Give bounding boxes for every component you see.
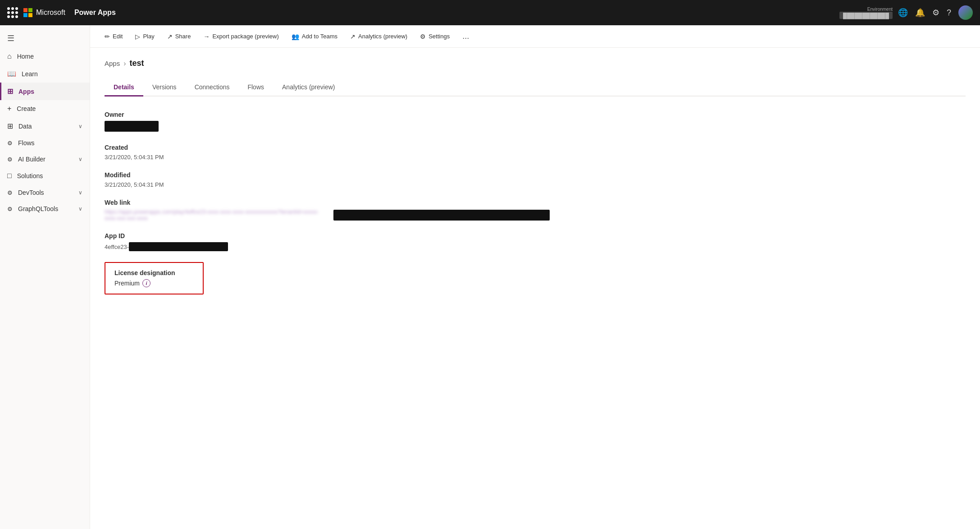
topbar-icons: 🌐 🔔 ⚙ ?: [898, 5, 973, 20]
tab-connections[interactable]: Connections: [186, 79, 239, 97]
globe-icon[interactable]: 🌐: [898, 8, 908, 18]
settings-button[interactable]: ⚙ Settings: [415, 30, 455, 43]
breadcrumb-apps-link[interactable]: Apps: [105, 60, 120, 67]
web-link-row: https://apps.powerapps.com/play/4effce23…: [105, 209, 966, 221]
sidebar-item-graphqltools[interactable]: ⚙ GraphQLTools ∨: [0, 201, 90, 217]
app-launcher-button[interactable]: [7, 7, 18, 18]
tab-analytics[interactable]: Analytics (preview): [273, 79, 344, 97]
top-bar: Microsoft Power Apps Environment ███████…: [0, 0, 980, 25]
breadcrumb: Apps › test: [105, 59, 966, 68]
sidebar-item-apps[interactable]: ⊞ Apps: [0, 83, 90, 100]
graphql-icon: ⚙: [7, 206, 13, 212]
license-box: License designation Premium i: [105, 262, 204, 294]
sidebar-item-label: Flows: [18, 139, 35, 147]
app-id-label: App ID: [105, 232, 966, 239]
export-icon: →: [203, 33, 210, 40]
owner-value-redacted: [105, 121, 159, 132]
app-name: Power Apps: [74, 9, 116, 17]
env-label: Environment: [867, 7, 893, 12]
share-button[interactable]: ↗ Share: [162, 30, 196, 43]
info-icon[interactable]: i: [142, 279, 150, 287]
chevron-down-icon: ∨: [78, 156, 82, 162]
play-icon: ▷: [135, 33, 140, 40]
sidebar-item-label: Apps: [18, 88, 34, 95]
edit-icon: ✏: [105, 33, 110, 40]
sidebar-item-label: Learn: [22, 70, 38, 78]
created-label: Created: [105, 144, 966, 151]
analytics-icon: ↗: [350, 33, 356, 40]
sidebar-item-label: GraphQLTools: [18, 205, 58, 212]
edit-button[interactable]: ✏ Edit: [99, 30, 128, 43]
created-section: Created 3/21/2020, 5:04:31 PM: [105, 144, 966, 161]
web-link-redacted: [333, 210, 550, 221]
more-options-button[interactable]: ...: [459, 30, 473, 43]
modified-value: 3/21/2020, 5:04:31 PM: [105, 181, 966, 188]
home-icon: ⌂: [7, 52, 12, 60]
sidebar-item-create[interactable]: + Create: [0, 100, 90, 117]
tab-flows[interactable]: Flows: [238, 79, 273, 97]
export-button[interactable]: → Export package (preview): [198, 30, 284, 43]
sidebar-item-learn[interactable]: 📖 Learn: [0, 65, 90, 83]
microsoft-logo: Microsoft: [23, 8, 65, 17]
app-id-redacted: [129, 242, 228, 251]
sidebar-item-label: AI Builder: [18, 156, 46, 163]
sidebar-item-devtools[interactable]: ⚙ DevTools ∨: [0, 184, 90, 201]
analytics-button[interactable]: ↗ Analytics (preview): [345, 30, 413, 43]
detail-tabs: Details Versions Connections Flows Analy…: [105, 79, 966, 97]
hamburger-button[interactable]: ☰: [0, 29, 90, 48]
devtools-icon: ⚙: [7, 189, 13, 196]
sidebar-item-label: Home: [17, 53, 34, 60]
main-content: ✏ Edit ▷ Play ↗ Share → Export package (…: [90, 25, 980, 529]
sidebar-item-ai-builder[interactable]: ⚙ AI Builder ∨: [0, 151, 90, 167]
sidebar-item-label: Create: [17, 105, 36, 112]
chevron-down-icon: ∨: [78, 123, 82, 129]
sidebar-item-flows[interactable]: ⚙ Flows: [0, 135, 90, 151]
owner-section: Owner: [105, 111, 966, 133]
env-name: ████████████: [839, 12, 893, 19]
modified-section: Modified 3/21/2020, 5:04:31 PM: [105, 171, 966, 188]
license-value-row: Premium i: [114, 279, 194, 287]
chevron-down-icon: ∨: [78, 189, 82, 196]
owner-label: Owner: [105, 111, 966, 118]
command-bar: ✏ Edit ▷ Play ↗ Share → Export package (…: [90, 25, 980, 48]
tab-versions[interactable]: Versions: [143, 79, 186, 97]
flows-icon: ⚙: [7, 140, 13, 147]
modified-label: Modified: [105, 171, 966, 179]
sidebar-item-label: DevTools: [18, 189, 44, 196]
created-value: 3/21/2020, 5:04:31 PM: [105, 154, 966, 161]
license-value-text: Premium: [114, 280, 140, 287]
share-icon: ↗: [167, 33, 173, 40]
ai-builder-icon: ⚙: [7, 156, 13, 163]
web-link-label: Web link: [105, 199, 966, 206]
app-id-prefix: 4effce23-: [105, 244, 129, 250]
web-link-value-blurred: https://apps.powerapps.com/play/4effce23…: [105, 209, 330, 221]
company-name: Microsoft: [36, 9, 65, 17]
learn-icon: 📖: [7, 69, 16, 78]
sidebar-item-data[interactable]: ⊞ Data ∨: [0, 117, 90, 135]
breadcrumb-separator: ›: [123, 60, 126, 68]
teams-icon: 👥: [292, 33, 299, 40]
settings-gear-icon: ⚙: [420, 33, 426, 40]
settings-icon[interactable]: ⚙: [932, 8, 939, 18]
help-icon[interactable]: ?: [947, 8, 951, 18]
environment-selector[interactable]: Environment ████████████: [839, 7, 893, 19]
notification-icon[interactable]: 🔔: [915, 8, 925, 18]
app-id-row: 4effce23-: [105, 242, 966, 251]
play-button[interactable]: ▷ Play: [130, 30, 160, 43]
breadcrumb-current: test: [130, 59, 144, 68]
sidebar-item-label: Data: [18, 123, 32, 130]
solutions-icon: □: [7, 172, 12, 180]
sidebar-item-label: Solutions: [17, 172, 43, 179]
web-link-section: Web link https://apps.powerapps.com/play…: [105, 199, 966, 221]
sidebar: ☰ ⌂ Home 📖 Learn ⊞ Apps + Create ⊞ Data …: [0, 25, 90, 529]
create-icon: +: [7, 105, 11, 113]
license-label: License designation: [114, 269, 194, 276]
add-to-teams-button[interactable]: 👥 Add to Teams: [286, 30, 343, 43]
chevron-down-icon: ∨: [78, 206, 82, 212]
apps-icon: ⊞: [7, 87, 13, 96]
app-id-section: App ID 4effce23-: [105, 232, 966, 251]
sidebar-item-home[interactable]: ⌂ Home: [0, 48, 90, 65]
sidebar-item-solutions[interactable]: □ Solutions: [0, 167, 90, 184]
tab-details[interactable]: Details: [105, 79, 143, 97]
user-avatar[interactable]: [958, 5, 973, 20]
